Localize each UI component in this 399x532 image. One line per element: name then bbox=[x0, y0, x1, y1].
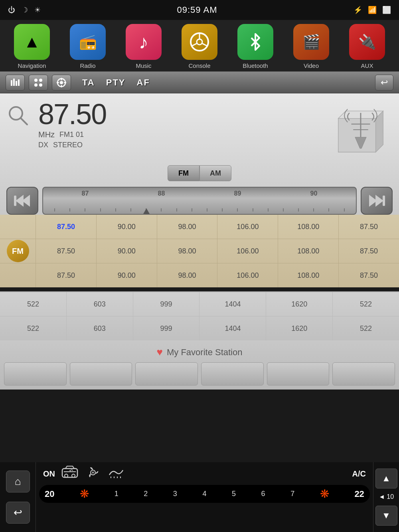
am-preset-1-3[interactable]: 999 bbox=[133, 292, 200, 316]
recirculation-icon[interactable] bbox=[61, 465, 78, 483]
home-button[interactable]: ⌂ bbox=[6, 471, 30, 492]
af-label[interactable]: AF bbox=[137, 77, 150, 88]
fm-band-button[interactable]: FM bbox=[168, 165, 200, 181]
tuner-mark-89: 89 bbox=[234, 190, 241, 197]
radio-button[interactable]: 📻 bbox=[70, 24, 106, 60]
fm-preset-1-4[interactable]: 106.00 bbox=[217, 215, 278, 239]
radio-main: 87.50 MHz FM1 01 DX STEREO bbox=[0, 93, 399, 215]
pty-label[interactable]: PTY bbox=[106, 77, 126, 88]
fm-preset-row-1: 87.50 90.00 98.00 106.00 108.00 87.50 bbox=[0, 215, 399, 239]
defroster-icon[interactable] bbox=[108, 465, 124, 483]
fm-preset-2-5[interactable]: 108.00 bbox=[278, 239, 339, 263]
dx-label: DX bbox=[38, 141, 48, 149]
app-music[interactable]: ♪ Music bbox=[126, 24, 162, 71]
fm-preset-2-3[interactable]: 98.00 bbox=[157, 239, 218, 263]
fm-badge: FM bbox=[7, 240, 29, 262]
fm-preset-2-2[interactable]: 90.00 bbox=[97, 239, 157, 263]
ta-label[interactable]: TA bbox=[82, 77, 95, 88]
aux-button[interactable]: 🔌 bbox=[349, 24, 385, 60]
am-preset-2-6[interactable]: 522 bbox=[333, 316, 399, 340]
app-nav[interactable]: ▲ Navigation bbox=[14, 24, 50, 71]
fm-preset-1-6[interactable]: 87.50 bbox=[339, 215, 399, 239]
am-preset-2-2[interactable]: 603 bbox=[67, 316, 133, 340]
tune-forward-button[interactable] bbox=[361, 187, 393, 215]
fm-preset-3-1[interactable]: 87.50 bbox=[36, 263, 97, 287]
fm-preset-1-1[interactable]: 87.50 bbox=[36, 215, 97, 239]
fm-preset-2-1[interactable]: 87.50 bbox=[36, 239, 97, 263]
airflow-icon[interactable] bbox=[85, 465, 101, 483]
am-preset-1-1[interactable]: 522 bbox=[0, 292, 67, 316]
fav-preset-3[interactable] bbox=[135, 362, 198, 386]
fav-preset-2[interactable] bbox=[70, 362, 132, 386]
svg-point-14 bbox=[60, 81, 63, 84]
music-label: Music bbox=[136, 62, 151, 71]
tuner-bar[interactable]: 87 88 89 90 bbox=[42, 187, 357, 215]
back-button[interactable]: ↩ bbox=[375, 75, 393, 91]
app-video[interactable]: 🎬 Video bbox=[293, 24, 329, 71]
fm-preset-2-4[interactable]: 106.00 bbox=[217, 239, 278, 263]
fav-preset-5[interactable] bbox=[267, 362, 330, 386]
am-preset-2-4[interactable]: 1404 bbox=[200, 316, 266, 340]
am-preset-2-1[interactable]: 522 bbox=[0, 316, 67, 340]
fm-preset-1-3[interactable]: 98.00 bbox=[157, 215, 218, 239]
fm-preset-1-2[interactable]: 90.00 bbox=[97, 215, 157, 239]
frequency-unit: MHz bbox=[38, 130, 55, 139]
video-button[interactable]: 🎬 bbox=[293, 24, 329, 60]
svg-point-11 bbox=[34, 83, 38, 87]
fav-preset-4[interactable] bbox=[201, 362, 264, 386]
volume-up-button[interactable]: ▲ bbox=[375, 469, 397, 488]
fav-preset-1[interactable] bbox=[4, 362, 67, 386]
svg-rect-6 bbox=[13, 79, 15, 86]
settings-button[interactable] bbox=[52, 75, 71, 91]
wifi-icon: 📶 bbox=[368, 6, 377, 14]
svg-line-4 bbox=[202, 44, 207, 46]
climate-on-label[interactable]: ON bbox=[43, 469, 55, 479]
antenna-icon bbox=[329, 100, 393, 160]
am-preset-1-2[interactable]: 603 bbox=[67, 292, 133, 316]
fm-preset-3-3[interactable]: 98.00 bbox=[157, 263, 218, 287]
back-nav-button[interactable]: ↩ bbox=[6, 502, 30, 524]
fm-preset-3-4[interactable]: 106.00 bbox=[217, 263, 278, 287]
am-band-button[interactable]: AM bbox=[200, 165, 231, 181]
fm-preset-3-5[interactable]: 108.00 bbox=[278, 263, 339, 287]
nav-button[interactable]: ▲ bbox=[14, 24, 50, 60]
preset-list-button[interactable] bbox=[29, 75, 48, 91]
fan-num-6: 6 bbox=[261, 490, 265, 498]
bluetooth-button[interactable] bbox=[237, 24, 273, 60]
frequency-band: FM1 01 bbox=[59, 131, 84, 139]
fm-preset-1-5[interactable]: 108.00 bbox=[278, 215, 339, 239]
screen-icon: ⬜ bbox=[382, 6, 391, 14]
am-preset-2-5[interactable]: 1620 bbox=[266, 316, 333, 340]
app-aux[interactable]: 🔌 AUX bbox=[349, 24, 385, 71]
tune-backward-button[interactable] bbox=[6, 187, 38, 215]
ac-label[interactable]: A/C bbox=[352, 469, 366, 479]
svg-rect-5 bbox=[11, 80, 12, 86]
am-preset-1-5[interactable]: 1620 bbox=[266, 292, 333, 316]
app-console[interactable]: Console bbox=[182, 24, 217, 71]
fm-preset-2-6[interactable]: 87.50 bbox=[339, 239, 399, 263]
fan-num-2: 2 bbox=[144, 490, 148, 498]
heart-icon: ♥ bbox=[157, 346, 163, 358]
nav-label: Navigation bbox=[18, 62, 46, 71]
am-preset-2-3[interactable]: 999 bbox=[133, 316, 200, 340]
app-radio[interactable]: 📻 Radio bbox=[70, 24, 106, 71]
fm-preset-3-6[interactable]: 87.50 bbox=[339, 263, 399, 287]
fan-right-icon: ❋ bbox=[320, 487, 329, 500]
am-preset-row-1: 522 603 999 1404 1620 522 bbox=[0, 292, 399, 316]
fav-preset-6[interactable] bbox=[332, 362, 395, 386]
music-button[interactable]: ♪ bbox=[126, 24, 162, 60]
fm-preset-section: 87.50 90.00 98.00 106.00 108.00 87.50 FM… bbox=[0, 215, 399, 287]
am-preset-1-4[interactable]: 1404 bbox=[200, 292, 266, 316]
volume-down-button[interactable]: ▼ bbox=[375, 506, 397, 526]
svg-point-10 bbox=[39, 79, 42, 82]
search-area[interactable] bbox=[6, 104, 30, 128]
svg-rect-8 bbox=[18, 79, 20, 86]
frequency-meta: MHz FM1 01 bbox=[38, 130, 106, 139]
fm-preset-3-2[interactable]: 90.00 bbox=[97, 263, 157, 287]
am-preset-1-6[interactable]: 522 bbox=[333, 292, 399, 316]
console-button[interactable] bbox=[182, 24, 217, 60]
app-bluetooth[interactable]: Bluetooth bbox=[237, 24, 273, 71]
svg-point-9 bbox=[34, 79, 38, 82]
equalizer-button[interactable] bbox=[6, 75, 25, 91]
svg-marker-23 bbox=[338, 119, 376, 152]
